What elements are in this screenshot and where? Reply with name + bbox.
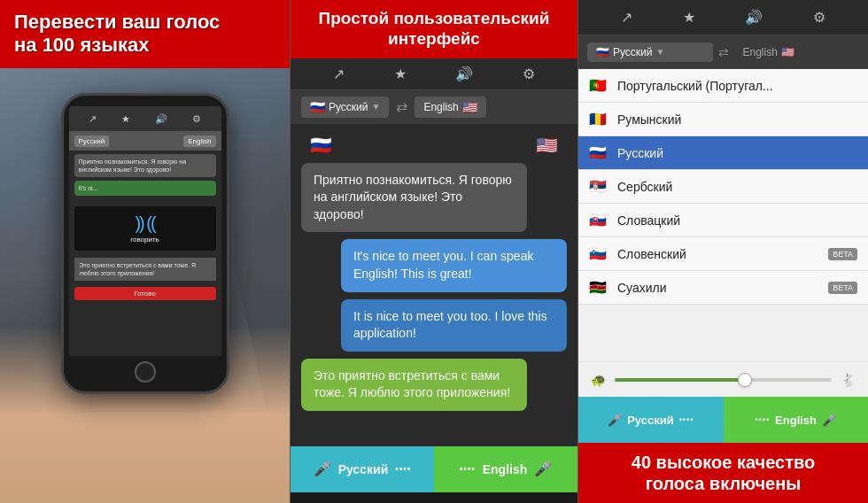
p3-russian-button[interactable]: 🎤 Русский •••• [578,397,724,443]
flag-portugal: 🇵🇹 [589,77,608,94]
panel2-title: Простой пользовательский интерфейс [305,9,563,50]
phone-content: Приятно познакомиться. Я говорю на англи… [69,151,221,203]
chat-flag-en: 🇺🇸 [536,135,558,156]
panel3-footer-text: 40 высокое качество голоса включены [593,452,854,494]
chat-bubble-3: It is nice to meet you too. I love this … [341,299,567,352]
panel2-buttons: 🎤 Русский •••• •••• English 🎤 [291,446,577,492]
slider-thumb[interactable] [738,373,752,387]
phone-screen: ↗ ★ 🔊 ⚙ Русский English Приятно познаком… [69,106,221,356]
phone-home-button[interactable] [135,361,156,383]
panel2-chat: 🇷🇺 🇺🇸 Приятно познакомиться. Я говорю на… [291,124,577,446]
p2-star-icon[interactable]: ★ [394,66,407,82]
list-item-portuguese[interactable]: 🇵🇹 Португальский (Португал... [578,69,868,103]
list-item-swahili[interactable]: 🇰🇪 Суахили BETA [578,271,868,305]
p3-english-button[interactable]: •••• English 🎤 [724,397,869,443]
p2-lang-right-label: English [423,101,458,113]
speed-slider-track[interactable] [615,378,832,382]
p2-english-button[interactable]: •••• English 🎤 [434,446,577,492]
item-text-slovak: Словацкий [617,213,857,228]
list-item-romanian[interactable]: 🇷🇴 Румынский [578,103,868,136]
flag-slovakia: 🇸🇰 [589,212,608,228]
flag-romania: 🇷🇴 [589,111,608,128]
phone-mockup: ↗ ★ 🔊 ⚙ Русский English Приятно познаком… [61,93,229,394]
p3-flag-en: 🇺🇸 [781,46,794,58]
panel2-header: Простой пользовательский интерфейс [291,0,577,58]
phone-done-button[interactable]: Готово [74,287,216,300]
swahili-beta-badge: BETA [828,282,857,294]
chat-bubble-2: It's nice to meet you. I can speak Engli… [341,239,567,291]
panel3-bottom-buttons: 🎤 Русский •••• •••• English 🎤 [578,397,868,443]
flag-russia: 🇷🇺 [589,144,608,161]
p3-lang-left-button[interactable]: 🇷🇺 Русский ▼ [587,43,713,62]
phone-lang-bar: Русский English [69,131,221,151]
phone-lang-left[interactable]: Русский [74,135,110,147]
p2-settings-icon[interactable]: ⚙ [523,66,535,82]
russian-flag: 🇷🇺 [310,100,325,114]
panel2-toolbar: ↗ ★ 🔊 ⚙ [291,58,577,90]
p2-lang-separator: ⇄ [396,98,407,115]
phone-lang-right[interactable]: English [183,135,215,147]
panel1-header: Перевести ваш голос на 100 языках [0,0,290,68]
phone-bottom-content: Это приятно встретиться с вами тоже. Я л… [69,254,221,284]
item-text-serbian: Сербский [617,180,857,194]
p3-share-icon[interactable]: ↗ [621,9,632,26]
eiffel-top [230,204,234,257]
p2-lang-left-arrow: ▼ [372,102,381,112]
p3-star-icon[interactable]: ★ [683,9,695,26]
chat-bubble-4: Это приятно встретиться с вами тоже. Я л… [301,359,527,411]
panel3-slider-row: 🐢 🐇 [578,361,868,397]
phone-bubble1: Приятно познакомиться. Я говорю на англи… [74,154,216,177]
p3-lang-selected-label: Русский [613,46,653,58]
phone-toolbar: ↗ ★ 🔊 ⚙ [69,106,221,131]
p2-share-icon[interactable]: ↗ [333,66,345,82]
slider-fill [615,378,745,382]
star-icon: ★ [121,113,130,125]
list-item-slovak[interactable]: 🇸🇰 Словацкий [578,204,868,237]
chat-flag-row: 🇷🇺 🇺🇸 [301,135,567,156]
p2-russian-label: Русский [338,462,389,476]
voice-label: говорить [81,236,209,244]
p3-flag-ru: 🇷🇺 [596,46,609,58]
p2-lang-right-button[interactable]: English 🇺🇸 [415,97,485,118]
item-text-portuguese: Португальский (Португал... [617,79,857,93]
settings-icon: ⚙ [192,113,201,125]
list-item-slovenian[interactable]: 🇸🇮 Словенский BETA [578,237,868,271]
phone-bottom-bubble: Это приятно встретиться с вами тоже. Я л… [74,258,216,281]
panel2-phone-ui: ↗ ★ 🔊 ⚙ 🇷🇺 Русский ▼ ⇄ English 🇺🇸 🇷🇺 🇺🇸 [291,58,577,492]
flag-kenya: 🇰🇪 [589,279,608,296]
panel2-lang-bar: 🇷🇺 Русский ▼ ⇄ English 🇺🇸 [291,90,577,124]
p3-lang-right-label: English [743,46,778,58]
list-item-russian[interactable]: 🇷🇺 Русский [578,136,868,170]
flag-serbia: 🇷🇸 [589,178,608,195]
p3-dots-right: •••• [755,415,770,424]
p3-dots-left: •••• [679,415,694,424]
voice-waves-icon: )) (( [81,213,209,234]
panel2: Простой пользовательский интерфейс ↗ ★ 🔊… [290,0,578,503]
item-text-swahili: Суахили [617,281,819,295]
slider-rabbit-icon: 🐇 [841,373,856,387]
p3-speaker-icon[interactable]: 🔊 [745,9,763,26]
p2-english-label: English [483,462,528,476]
speaker-icon: 🔊 [155,113,167,125]
chat-bubble-1: Приятно познакомиться. Я говорю на англи… [301,163,527,233]
p3-lang-arrow: ▼ [656,47,665,57]
list-item-serbian[interactable]: 🇷🇸 Сербский [578,170,868,204]
phone-voice-area[interactable]: )) (( говорить [74,206,216,251]
panel1: Перевести ваш голос на 100 языках ↗ ★ 🔊 … [0,0,290,503]
item-text-russian: Русский [617,146,857,160]
p2-mic-left-icon: 🎤 [314,460,331,477]
p3-settings-icon[interactable]: ⚙ [813,9,825,26]
chat-flag-ru: 🇷🇺 [310,135,332,156]
panel3-language-list: 🇵🇹 Португальский (Португал... 🇷🇴 Румынск… [578,69,868,361]
p3-lang-right-button[interactable]: English 🇺🇸 [734,43,860,62]
p2-russian-button[interactable]: 🎤 Русский •••• [291,446,434,492]
phone-bubble2: It's ni... [74,181,216,196]
english-flag: 🇺🇸 [462,100,477,114]
slovenian-beta-badge: BETA [828,248,857,260]
slider-turtle-icon: 🐢 [591,373,606,387]
p2-dots-left: •••• [395,464,411,474]
panel3: ↗ ★ 🔊 ⚙ 🇷🇺 Русский ▼ ⇄ English 🇺🇸 🇵🇹 Пор… [578,0,868,503]
item-text-slovenian: Словенский [617,247,819,261]
p2-lang-left-button[interactable]: 🇷🇺 Русский ▼ [301,97,389,118]
p2-speaker-icon[interactable]: 🔊 [455,66,473,82]
